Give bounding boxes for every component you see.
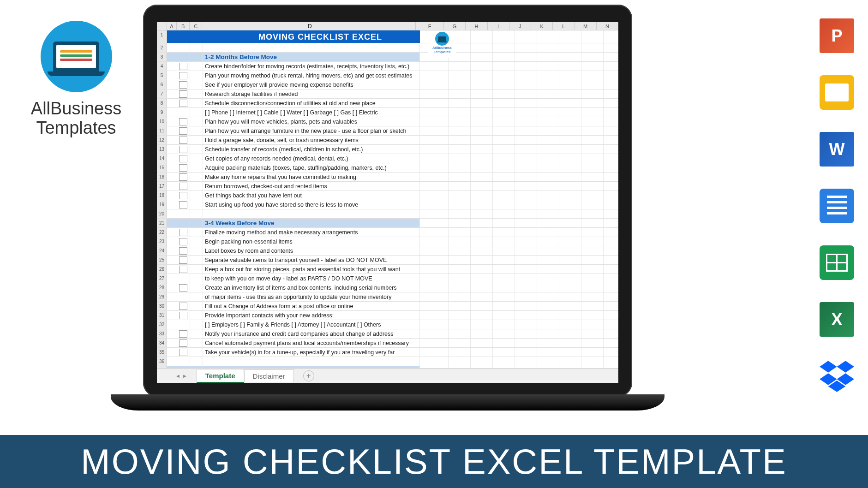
col-header[interactable]: B <box>177 22 190 30</box>
cell-text[interactable]: See if your employer will provide moving… <box>203 80 420 89</box>
table-row[interactable]: 36 <box>157 357 618 366</box>
cell-text[interactable]: Fill out a Change of Address form at a p… <box>203 302 420 310</box>
col-header[interactable]: G <box>444 22 466 30</box>
table-row[interactable]: 14Get copies of any records needed (medi… <box>157 154 618 163</box>
table-row[interactable]: 32 [ ] Employers [ ] Family & Friends [ … <box>157 320 618 329</box>
cell-text[interactable] <box>203 357 420 366</box>
table-row[interactable]: 12Hold a garage sale, donate, sell, or t… <box>157 136 618 145</box>
row-number[interactable]: 36 <box>157 357 167 366</box>
cell-text[interactable]: Plan how you will arrange furniture in t… <box>203 126 420 135</box>
checkbox-cell[interactable] <box>177 99 190 107</box>
row-number[interactable]: 2 <box>157 43 167 52</box>
cell-text[interactable]: Make any home repairs that you have comm… <box>203 173 420 181</box>
table-row[interactable]: 4Create binder/folder for moving records… <box>157 62 618 71</box>
row-number[interactable]: 5 <box>157 71 167 80</box>
checkbox-cell[interactable] <box>177 154 190 163</box>
cell-text[interactable]: Separate valuable items to transport you… <box>203 256 420 264</box>
row-number[interactable]: 30 <box>157 302 167 310</box>
table-row[interactable]: 1MOVING CHECKLIST EXCEL <box>157 30 618 43</box>
cell-text[interactable]: Create binder/folder for moving records … <box>203 62 420 71</box>
checkbox-cell[interactable] <box>177 329 190 338</box>
cell-text[interactable]: Get things back that you have lent out <box>203 191 420 200</box>
cell-text[interactable]: Begin packing non-essential items <box>203 237 420 246</box>
cell-text[interactable] <box>203 43 420 52</box>
table-row[interactable]: 19Start using up food you have stored so… <box>157 200 618 209</box>
row-number[interactable]: 25 <box>157 256 167 264</box>
cell-text[interactable]: Notify your insurance and credit card co… <box>203 329 420 338</box>
row-number[interactable]: 20 <box>157 209 167 218</box>
table-row[interactable]: 28Create an inventory list of items and … <box>157 283 618 292</box>
row-number[interactable]: 11 <box>157 126 167 135</box>
table-row[interactable]: 20 <box>157 209 618 219</box>
row-number[interactable]: 4 <box>157 62 167 71</box>
checkbox-cell[interactable] <box>177 117 190 126</box>
cell-text[interactable]: Hold a garage sale, donate, sell, or tra… <box>203 136 420 144</box>
table-row[interactable]: 5Plan your moving method (truck rental, … <box>157 71 618 80</box>
row-number[interactable]: 26 <box>157 265 167 274</box>
checkbox-cell[interactable] <box>177 145 190 154</box>
checkbox-cell[interactable] <box>177 163 190 172</box>
table-row[interactable]: 27to keep with you on move day - label a… <box>157 274 618 283</box>
row-number[interactable]: 13 <box>157 145 167 154</box>
checkbox-cell[interactable] <box>177 302 190 310</box>
cell-text[interactable] <box>203 209 420 218</box>
table-row[interactable]: 11Plan how you will arrange furniture in… <box>157 126 618 136</box>
col-header[interactable]: H <box>466 22 487 30</box>
table-row[interactable]: 35Take your vehicle(s) in for a tune-up,… <box>157 348 618 357</box>
row-number[interactable]: 24 <box>157 246 167 255</box>
cell-text[interactable]: 3-4 Weeks Before Move <box>203 219 420 227</box>
checkbox-cell[interactable] <box>177 283 190 292</box>
table-row[interactable]: 10Plan how you will move vehicles, plant… <box>157 117 618 126</box>
table-row[interactable]: 9 [ ] Phone [ ] Internet [ ] Cable [ ] W… <box>157 108 618 117</box>
cell-text[interactable]: Research storage facilities if needed <box>203 89 420 98</box>
checkbox-cell[interactable] <box>177 182 190 190</box>
table-row[interactable]: 16Make any home repairs that you have co… <box>157 173 618 182</box>
checkbox-cell[interactable] <box>177 200 190 209</box>
row-number[interactable]: 12 <box>157 136 167 144</box>
checkbox-cell[interactable] <box>177 348 190 357</box>
row-number[interactable]: 31 <box>157 311 167 320</box>
checkbox-cell[interactable] <box>177 228 190 237</box>
cell-text[interactable]: [ ] Phone [ ] Internet [ ] Cable [ ] Wat… <box>203 108 420 117</box>
table-row[interactable]: 31Provide important contacts with your n… <box>157 311 618 320</box>
checkbox-cell[interactable] <box>177 265 190 274</box>
col-header[interactable]: J <box>509 22 531 30</box>
table-row[interactable]: 34Cancel automated payment plans and loc… <box>157 339 618 348</box>
cell-text[interactable]: Label boxes by room and contents <box>203 246 420 255</box>
checkbox-cell[interactable] <box>177 173 190 181</box>
checkbox-cell[interactable] <box>177 71 190 80</box>
cell-text[interactable]: Create an inventory list of items and bo… <box>203 283 420 292</box>
table-row[interactable]: 26Keep a box out for storing pieces, par… <box>157 265 618 274</box>
row-number[interactable]: 18 <box>157 191 167 200</box>
cell-text[interactable]: Start using up food you have stored so t… <box>203 200 420 209</box>
cell-text[interactable]: of major items - use this as an opportun… <box>203 292 420 301</box>
col-header[interactable]: I <box>488 22 509 30</box>
row-number[interactable]: 10 <box>157 117 167 126</box>
tab-disclaimer[interactable]: Disclaimer <box>244 369 294 382</box>
row-number[interactable]: 3 <box>157 53 167 61</box>
table-row[interactable]: 2 <box>157 43 618 53</box>
col-header[interactable]: M <box>575 22 597 30</box>
tab-template[interactable]: Template <box>197 369 244 383</box>
row-number[interactable]: 6 <box>157 80 167 89</box>
cell-text[interactable]: Get copies of any records needed (medica… <box>203 154 420 163</box>
row-number[interactable]: 23 <box>157 237 167 246</box>
cell-text[interactable]: Plan your moving method (truck rental, h… <box>203 71 420 80</box>
table-row[interactable]: 24Label boxes by room and contents <box>157 246 618 256</box>
checkbox-cell[interactable] <box>177 246 190 255</box>
row-number[interactable]: 28 <box>157 283 167 292</box>
row-number[interactable]: 35 <box>157 348 167 357</box>
table-row[interactable]: 13Schedule transfer of records (medical,… <box>157 145 618 154</box>
row-number[interactable]: 15 <box>157 163 167 172</box>
table-row[interactable]: 18Get things back that you have lent out <box>157 191 618 200</box>
cell-text[interactable]: Schedule transfer of records (medical, c… <box>203 145 420 154</box>
table-row[interactable]: 30Fill out a Change of Address form at a… <box>157 302 618 311</box>
row-number[interactable]: 19 <box>157 200 167 209</box>
col-header[interactable]: C <box>190 22 203 30</box>
table-row[interactable]: 25Separate valuable items to transport y… <box>157 256 618 265</box>
checkbox-cell[interactable] <box>177 136 190 144</box>
row-number[interactable]: 27 <box>157 274 167 283</box>
row-number[interactable]: 8 <box>157 99 167 107</box>
row-number[interactable]: 16 <box>157 173 167 181</box>
checkbox-cell[interactable] <box>177 126 190 135</box>
